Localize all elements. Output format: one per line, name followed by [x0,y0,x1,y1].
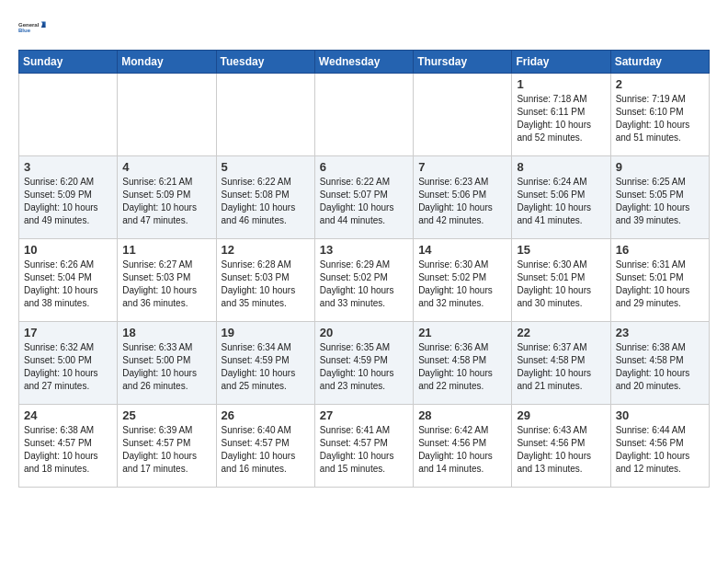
calendar-cell: 21Sunrise: 6:36 AM Sunset: 4:58 PM Dayli… [414,322,512,405]
calendar-cell: 16Sunrise: 6:31 AM Sunset: 5:01 PM Dayli… [610,239,709,322]
day-number: 12 [222,243,310,257]
day-number: 9 [616,160,704,174]
week-row-1: 1Sunrise: 7:18 AM Sunset: 6:11 PM Daylig… [19,74,710,156]
calendar-cell: 27Sunrise: 6:41 AM Sunset: 4:57 PM Dayli… [314,405,413,488]
day-number: 14 [418,243,506,257]
day-info: Sunrise: 6:22 AM Sunset: 5:07 PM Dayligh… [320,176,408,227]
day-info: Sunrise: 6:43 AM Sunset: 4:56 PM Dayligh… [517,424,605,476]
day-number: 6 [320,160,408,174]
day-number: 15 [517,243,605,257]
calendar-cell: 28Sunrise: 6:42 AM Sunset: 4:56 PM Dayli… [414,405,512,488]
day-info: Sunrise: 6:21 AM Sunset: 5:09 PM Dayligh… [122,176,210,227]
calendar-cell: 17Sunrise: 6:32 AM Sunset: 5:00 PM Dayli… [19,322,118,405]
day-info: Sunrise: 6:38 AM Sunset: 4:58 PM Dayligh… [616,341,704,393]
calendar-cell: 15Sunrise: 6:30 AM Sunset: 5:01 PM Dayli… [512,239,610,322]
day-info: Sunrise: 6:22 AM Sunset: 5:08 PM Dayligh… [222,176,310,227]
calendar-cell: 14Sunrise: 6:30 AM Sunset: 5:02 PM Dayli… [414,239,512,322]
day-number: 13 [320,243,408,257]
day-info: Sunrise: 6:23 AM Sunset: 5:06 PM Dayligh… [418,176,506,227]
calendar-cell: 8Sunrise: 6:24 AM Sunset: 5:06 PM Daylig… [512,156,610,239]
day-info: Sunrise: 6:25 AM Sunset: 5:05 PM Dayligh… [616,176,704,227]
day-number: 19 [222,326,310,339]
day-info: Sunrise: 6:29 AM Sunset: 5:02 PM Dayligh… [320,259,408,310]
day-info: Sunrise: 6:26 AM Sunset: 5:04 PM Dayligh… [24,259,112,310]
day-info: Sunrise: 6:41 AM Sunset: 4:57 PM Dayligh… [320,424,408,476]
day-number: 10 [24,243,112,257]
day-header-tuesday: Tuesday [216,51,314,74]
calendar-cell: 29Sunrise: 6:43 AM Sunset: 4:56 PM Dayli… [512,405,610,488]
week-row-5: 24Sunrise: 6:38 AM Sunset: 4:57 PM Dayli… [19,405,710,488]
day-number: 30 [616,408,704,422]
day-number: 24 [24,408,112,422]
day-info: Sunrise: 6:39 AM Sunset: 4:57 PM Dayligh… [122,424,210,476]
calendar-cell: 6Sunrise: 6:22 AM Sunset: 5:07 PM Daylig… [314,156,413,239]
day-info: Sunrise: 6:30 AM Sunset: 5:01 PM Dayligh… [517,259,605,310]
calendar-cell: 5Sunrise: 6:22 AM Sunset: 5:08 PM Daylig… [216,156,314,239]
week-row-4: 17Sunrise: 6:32 AM Sunset: 5:00 PM Dayli… [19,322,710,405]
day-number: 25 [122,408,210,422]
day-number: 27 [320,408,408,422]
day-info: Sunrise: 6:27 AM Sunset: 5:03 PM Dayligh… [122,259,210,310]
calendar-cell: 18Sunrise: 6:33 AM Sunset: 5:00 PM Dayli… [118,322,216,405]
day-number: 21 [418,326,506,339]
calendar-cell: 1Sunrise: 7:18 AM Sunset: 6:11 PM Daylig… [512,74,610,156]
day-number: 29 [517,408,605,422]
calendar-cell: 24Sunrise: 6:38 AM Sunset: 4:57 PM Dayli… [19,405,118,488]
calendar-cell: 4Sunrise: 6:21 AM Sunset: 5:09 PM Daylig… [118,156,216,239]
calendar-cell: 30Sunrise: 6:44 AM Sunset: 4:56 PM Dayli… [610,405,709,488]
calendar-cell: 26Sunrise: 6:40 AM Sunset: 4:57 PM Dayli… [216,405,314,488]
day-info: Sunrise: 6:35 AM Sunset: 4:59 PM Dayligh… [320,341,408,393]
day-info: Sunrise: 6:42 AM Sunset: 4:56 PM Dayligh… [418,424,506,476]
svg-text:General: General [18,22,40,28]
calendar-cell [216,74,314,156]
calendar-cell: 11Sunrise: 6:27 AM Sunset: 5:03 PM Dayli… [118,239,216,322]
calendar-cell: 10Sunrise: 6:26 AM Sunset: 5:04 PM Dayli… [19,239,118,322]
calendar-cell: 9Sunrise: 6:25 AM Sunset: 5:05 PM Daylig… [610,156,709,239]
week-row-3: 10Sunrise: 6:26 AM Sunset: 5:04 PM Dayli… [19,239,710,322]
calendar-cell [118,74,216,156]
calendar-cell: 20Sunrise: 6:35 AM Sunset: 4:59 PM Dayli… [314,322,413,405]
day-number: 17 [24,326,112,339]
calendar-cell: 22Sunrise: 6:37 AM Sunset: 4:58 PM Dayli… [512,322,610,405]
day-number: 4 [122,160,210,174]
day-header-monday: Monday [118,51,216,74]
day-info: Sunrise: 6:28 AM Sunset: 5:03 PM Dayligh… [222,259,310,310]
day-number: 22 [517,326,605,339]
day-number: 7 [418,160,506,174]
day-number: 3 [24,160,112,174]
calendar-cell [19,74,118,156]
day-number: 8 [517,160,605,174]
calendar-cell [414,74,512,156]
day-number: 5 [222,160,310,174]
day-header-wednesday: Wednesday [314,51,413,74]
day-header-thursday: Thursday [414,51,512,74]
day-info: Sunrise: 6:33 AM Sunset: 5:00 PM Dayligh… [122,341,210,393]
day-info: Sunrise: 6:36 AM Sunset: 4:58 PM Dayligh… [418,341,506,393]
calendar-cell: 19Sunrise: 6:34 AM Sunset: 4:59 PM Dayli… [216,322,314,405]
calendar-cell: 7Sunrise: 6:23 AM Sunset: 5:06 PM Daylig… [414,156,512,239]
day-info: Sunrise: 6:31 AM Sunset: 5:01 PM Dayligh… [616,259,704,310]
day-number: 16 [616,243,704,257]
day-info: Sunrise: 6:44 AM Sunset: 4:56 PM Dayligh… [616,424,704,476]
day-header-sunday: Sunday [19,51,118,74]
day-info: Sunrise: 7:19 AM Sunset: 6:10 PM Dayligh… [616,93,704,144]
day-info: Sunrise: 6:24 AM Sunset: 5:06 PM Dayligh… [517,176,605,227]
day-number: 2 [616,77,704,91]
day-header-friday: Friday [512,51,610,74]
calendar-cell: 23Sunrise: 6:38 AM Sunset: 4:58 PM Dayli… [610,322,709,405]
calendar-cell: 2Sunrise: 7:19 AM Sunset: 6:10 PM Daylig… [610,74,709,156]
day-header-saturday: Saturday [610,51,709,74]
day-info: Sunrise: 6:38 AM Sunset: 4:57 PM Dayligh… [24,424,112,476]
day-number: 28 [418,408,506,422]
calendar-cell: 3Sunrise: 6:20 AM Sunset: 5:09 PM Daylig… [19,156,118,239]
day-info: Sunrise: 6:40 AM Sunset: 4:57 PM Dayligh… [222,424,310,476]
header: GeneralBlue [18,15,710,40]
day-info: Sunrise: 6:37 AM Sunset: 4:58 PM Dayligh… [517,341,605,393]
svg-text:Blue: Blue [18,28,31,33]
calendar-cell: 12Sunrise: 6:28 AM Sunset: 5:03 PM Dayli… [216,239,314,322]
day-number: 11 [122,243,210,257]
logo-icon: GeneralBlue [18,15,48,40]
day-number: 1 [517,77,605,91]
calendar-table: SundayMondayTuesdayWednesdayThursdayFrid… [18,50,710,488]
calendar-cell [314,74,413,156]
